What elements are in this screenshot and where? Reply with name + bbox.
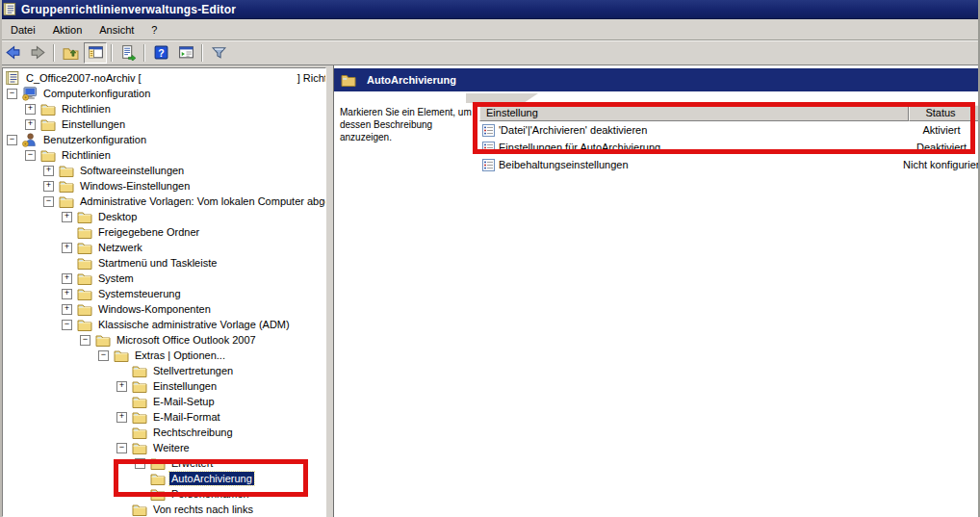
expand-plus-icon[interactable]: + bbox=[25, 119, 36, 130]
collapse-minus-icon[interactable]: − bbox=[25, 150, 36, 161]
menu-help[interactable]: ? bbox=[142, 21, 166, 39]
tree-item-benutzerkonfiguration[interactable]: −Benutzerkonfiguration bbox=[3, 132, 325, 147]
collapse-minus-icon[interactable]: − bbox=[43, 196, 54, 207]
no-expander bbox=[116, 366, 127, 376]
tree-item-system[interactable]: +System bbox=[3, 271, 325, 286]
tree-item-label: Windows-Einstellungen bbox=[78, 179, 192, 193]
tab-corner bbox=[466, 93, 543, 103]
console-tree-pane[interactable]: C_Office2007-noArchiv [] Richtlinie−Comp… bbox=[2, 67, 326, 517]
tree-item-label: AutoArchivierung bbox=[169, 472, 254, 485]
tree-item-weitere[interactable]: −Weitere bbox=[3, 440, 325, 455]
setting-name: 'Datei'|'Archivieren' deaktivieren bbox=[499, 124, 903, 136]
settings-row[interactable]: 'Datei'|'Archivieren' deaktivierenAktivi… bbox=[479, 121, 980, 139]
tree-item-richtlinien[interactable]: −Richtlinien bbox=[3, 147, 325, 163]
tree-item-c-office2007-noarchiv[interactable]: C_Office2007-noArchiv [] Richtlinie bbox=[3, 70, 325, 86]
collapse-minus-icon[interactable]: − bbox=[80, 335, 90, 346]
help-icon[interactable]: ? bbox=[149, 42, 172, 64]
column-header-einstellung[interactable]: Einstellung bbox=[479, 105, 909, 121]
expand-plus-icon[interactable]: + bbox=[62, 273, 72, 284]
settings-row[interactable]: BeibehaltungseinstellungenNicht konfigur… bbox=[479, 156, 980, 173]
collapse-minus-icon[interactable]: − bbox=[7, 89, 17, 99]
tree-item-label: Netzwerk bbox=[96, 241, 144, 254]
folder-icon bbox=[77, 224, 92, 240]
tree-item-richtlinien[interactable]: +Richtlinien bbox=[3, 101, 325, 116]
tree-item-startmenü-und-taskleiste[interactable]: Startmenü und Taskleiste bbox=[3, 255, 325, 271]
settings-list: Einstellung Status 'Datei'|'Archivieren'… bbox=[479, 105, 980, 173]
tree-item-autoarchivierung[interactable]: AutoArchivierung bbox=[3, 471, 325, 486]
collapse-minus-icon[interactable]: − bbox=[7, 135, 17, 145]
no-expander bbox=[135, 489, 145, 500]
tree-item-systemsteuerung[interactable]: +Systemsteuerung bbox=[3, 286, 325, 301]
content-area: C_Office2007-noArchiv [] Richtlinie−Comp… bbox=[0, 65, 980, 517]
setting-name: Beibehaltungseinstellungen bbox=[499, 159, 903, 170]
folder-icon bbox=[150, 471, 166, 486]
tree-item-windows-einstellungen[interactable]: +Windows-Einstellungen bbox=[3, 178, 325, 194]
tree-item-label: Einstellungen bbox=[151, 379, 219, 393]
tree-item-computerkonfiguration[interactable]: −Computerkonfiguration bbox=[3, 86, 325, 101]
expand-plus-icon[interactable]: + bbox=[25, 104, 36, 115]
menu-datei[interactable]: Datei bbox=[2, 21, 44, 39]
expand-plus-icon[interactable]: + bbox=[116, 412, 127, 423]
tree-item-desktop[interactable]: +Desktop bbox=[3, 209, 325, 224]
setting-status: Nicht konfiguriert bbox=[903, 159, 980, 170]
setting-status: Aktiviert bbox=[903, 124, 980, 136]
collapse-minus-icon[interactable]: − bbox=[98, 350, 109, 361]
pane-splitter[interactable] bbox=[326, 65, 333, 517]
no-expander bbox=[62, 258, 72, 269]
tree-item-label: Administrative Vorlagen: Vom lokalen Com… bbox=[78, 194, 326, 208]
forward-arrow-icon[interactable] bbox=[26, 42, 49, 64]
toolbar-separator bbox=[53, 44, 55, 62]
expand-plus-icon[interactable]: + bbox=[62, 212, 72, 222]
folder-icon bbox=[77, 317, 92, 332]
tree-item-einstellungen[interactable]: +Einstellungen bbox=[3, 378, 325, 394]
tree-item-softwareeinstellungen[interactable]: +Softwareeinstellungen bbox=[3, 163, 325, 178]
expand-plus-icon[interactable]: + bbox=[62, 243, 72, 253]
back-arrow-icon[interactable] bbox=[1, 42, 24, 64]
tree-item-e-mail-setup[interactable]: E-Mail-Setup bbox=[3, 394, 325, 409]
expand-plus-icon[interactable]: + bbox=[43, 181, 54, 192]
expand-plus-icon[interactable]: + bbox=[135, 458, 145, 469]
tree-item-von-rechts-nach-links[interactable]: Von rechts nach links bbox=[3, 502, 325, 517]
tree-item-administrative-vorlagen-vom-lokalen-comput[interactable]: −Administrative Vorlagen: Vom lokalen Co… bbox=[3, 194, 325, 209]
policy-setting-icon bbox=[482, 142, 495, 154]
collapse-minus-icon[interactable]: − bbox=[116, 443, 127, 453]
folder-icon bbox=[341, 72, 356, 88]
expand-plus-icon[interactable]: + bbox=[62, 304, 72, 315]
up-one-level-folder-icon[interactable] bbox=[59, 42, 82, 64]
tree-item-label: Benutzerkonfiguration bbox=[41, 133, 148, 146]
folder-icon bbox=[150, 455, 166, 471]
tree-item-label: Extras | Optionen... bbox=[133, 349, 227, 362]
expand-plus-icon[interactable]: + bbox=[116, 381, 127, 392]
menu-ansicht[interactable]: Ansicht bbox=[90, 21, 142, 39]
settings-row[interactable]: Einstellungen für AutoArchivierungDeakti… bbox=[479, 139, 980, 156]
tree-item-windows-komponenten[interactable]: +Windows-Komponenten bbox=[3, 301, 325, 317]
export-list-icon[interactable] bbox=[116, 42, 140, 64]
tree-item-rechtschreibung[interactable]: Rechtschreibung bbox=[3, 425, 325, 440]
show-properties-window-icon[interactable] bbox=[174, 42, 197, 64]
tree-item-personennamen[interactable]: Personennamen bbox=[3, 486, 325, 502]
tree-item-klassische-administrative-vorlage-adm[interactable]: −Klassische administrative Vorlage (ADM) bbox=[3, 317, 325, 332]
tree-item-stellvertretungen[interactable]: Stellvertretungen bbox=[3, 363, 325, 378]
expand-plus-icon[interactable]: + bbox=[62, 289, 72, 299]
tree-item-extras-optionen[interactable]: −Extras | Optionen... bbox=[3, 348, 325, 363]
expand-plus-icon[interactable]: + bbox=[43, 166, 54, 176]
filter-icon[interactable] bbox=[207, 42, 230, 64]
column-header-status[interactable]: Status bbox=[909, 105, 972, 121]
tree-item-netzwerk[interactable]: +Netzwerk bbox=[3, 240, 325, 255]
show-console-tree-toggle-icon[interactable] bbox=[84, 42, 107, 64]
folder-icon bbox=[59, 178, 74, 194]
tree-item-label: C_Office2007-noArchiv [ bbox=[24, 71, 143, 85]
tree-item-freigegebene-ordner[interactable]: Freigegebene Ordner bbox=[3, 224, 325, 240]
tree-item-microsoft-office-outlook-2007[interactable]: −Microsoft Office Outlook 2007 bbox=[3, 332, 325, 348]
tree-item-e-mail-format[interactable]: +E-Mail-Format bbox=[3, 409, 325, 425]
folder-icon bbox=[40, 147, 56, 163]
tree-item-label: Von rechts nach links bbox=[151, 503, 255, 516]
tree-item-erweitert[interactable]: +Erweitert bbox=[3, 455, 325, 471]
menu-aktion[interactable]: Aktion bbox=[44, 21, 91, 39]
toolbar-separator bbox=[143, 44, 145, 62]
collapse-minus-icon[interactable]: − bbox=[62, 320, 72, 330]
tree-item-einstellungen[interactable]: +Einstellungen bbox=[3, 116, 325, 132]
folder-icon bbox=[59, 163, 74, 178]
tree-item-label: Freigegebene Ordner bbox=[96, 225, 201, 239]
tree-item-label: Erweitert bbox=[169, 456, 215, 470]
